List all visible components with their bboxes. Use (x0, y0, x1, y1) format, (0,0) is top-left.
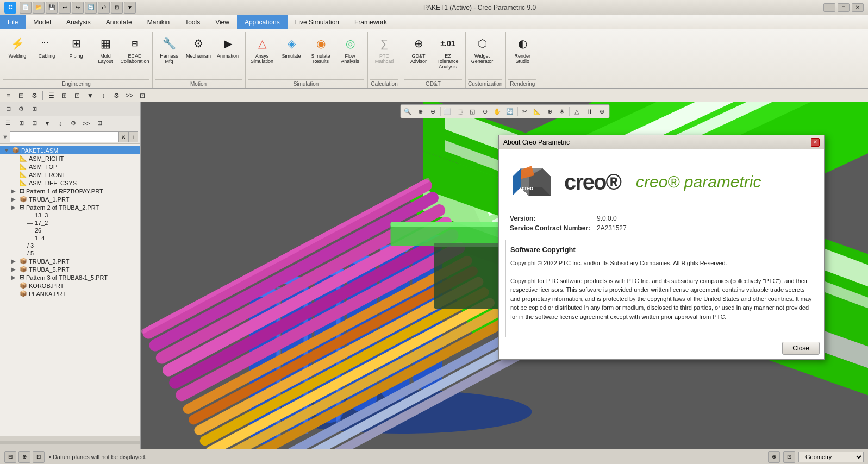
menu-manikin[interactable]: Manikin (140, 15, 177, 29)
widget-generator-button[interactable]: ⬡ Widget Generator (468, 33, 496, 66)
extra-btn[interactable]: ⊡ (136, 90, 148, 101)
toolbar2-btn6[interactable]: ⚙ (67, 118, 79, 129)
pan-btn[interactable]: ✋ (491, 106, 503, 117)
ez-tolerance-button[interactable]: ±.01 EZ Tolerance Analysis (434, 33, 462, 72)
tree-item-10[interactable]: — 26 (0, 227, 140, 234)
menu-model[interactable]: Model (26, 15, 59, 29)
simulate-button[interactable]: ◈ Simulate (277, 33, 305, 65)
tree-item-0[interactable]: ▼📦 PAKET1.ASM (0, 146, 140, 154)
flow-analysis-button[interactable]: ◎ Flow Analysis (336, 33, 364, 66)
ansys-button[interactable]: △ Ansys Simulation (248, 33, 276, 66)
config-btn[interactable]: ⚙ (110, 90, 122, 101)
tree-settings-btn[interactable]: ⚙ (15, 104, 27, 115)
about-close-button[interactable]: ✕ (811, 138, 820, 147)
redo-btn[interactable]: ↪ (72, 2, 84, 14)
display-btn[interactable]: ⊡ (783, 451, 795, 463)
about-copyright-box[interactable]: Software Copyright Copyright © 2022 PTC … (505, 240, 817, 337)
undo-btn[interactable]: ↩ (59, 2, 71, 14)
tree-item-15[interactable]: ▶📦 TRUBA_5.PRT (0, 265, 140, 273)
gdt-advisor-button[interactable]: ⊕ GD&T Advisor (404, 33, 433, 66)
toolbar2-btn4[interactable]: ▼ (41, 118, 53, 129)
menu-live-simulation[interactable]: Live Simulation (288, 15, 347, 29)
tree-item-4[interactable]: 📐 ASM_DEF_CSYS (0, 179, 140, 187)
menu-tools[interactable]: Tools (177, 15, 208, 29)
close-button[interactable]: ✕ (852, 3, 864, 12)
render-studio-button[interactable]: ◐ Render Studio (508, 33, 536, 66)
filter-btn[interactable]: ▼ (84, 90, 96, 101)
view-type3-btn[interactable]: ◱ (466, 106, 478, 117)
pause-btn[interactable]: ⏸ (583, 106, 595, 117)
cabling-button[interactable]: 〰 Cabling (33, 33, 61, 65)
view-type1-btn[interactable]: ⬜ (441, 106, 453, 117)
toolbar2-btn3[interactable]: ⊡ (28, 118, 40, 129)
new-btn[interactable]: 📄 (20, 2, 32, 14)
tree-item-17[interactable]: 📦 KOROB.PRT (0, 281, 140, 290)
view-type2-btn[interactable]: ⬚ (454, 106, 466, 117)
list-view-btn[interactable]: ☰ (45, 90, 57, 101)
zoom-out-btn[interactable]: ⊖ (427, 106, 439, 117)
panel-scrollbar[interactable] (0, 441, 140, 444)
regen-btn[interactable]: 🔄 (85, 2, 97, 14)
statusbar-btn1[interactable]: ⊟ (4, 451, 16, 463)
tree-search-input[interactable] (10, 131, 118, 142)
menu-framework[interactable]: Framework (347, 15, 395, 29)
close-dialog-button[interactable]: Close (782, 342, 820, 355)
menu-file[interactable]: File (0, 15, 26, 29)
mechanism-button[interactable]: ⚙ Mechanism (184, 33, 213, 65)
annotation-btn[interactable]: ⊕ (544, 106, 555, 117)
ptc-mathcad-button[interactable]: ∑ PTC Mathcad (370, 33, 398, 66)
menu-analysis[interactable]: Analysis (59, 15, 98, 29)
animation-button[interactable]: ▶ Animation (214, 33, 242, 65)
layers-btn[interactable]: ⊟ (15, 90, 27, 101)
toolbar2-btn5[interactable]: ↕ (54, 118, 66, 129)
tree-item-18[interactable]: 📦 PLANKA.PRT (0, 290, 140, 298)
menu-annotate[interactable]: Annotate (98, 15, 140, 29)
tree-item-2[interactable]: 📐 ASM_TOP (0, 162, 140, 171)
tree-item-13[interactable]: / 5 (0, 249, 140, 257)
more-options-btn[interactable]: >> (123, 90, 135, 101)
statusbar-btn3[interactable]: ⊡ (33, 451, 45, 463)
tree-item-16[interactable]: ▶⊞ Pattern 3 of TRUBA8-1_5.PRT (0, 273, 140, 281)
toolbar2-btn2[interactable]: ⊞ (15, 118, 27, 129)
simulate-results-button[interactable]: ◉ Simulate Results (307, 33, 335, 66)
close-win-btn[interactable]: ⊡ (111, 2, 123, 14)
zoom-in-btn[interactable]: ⊕ (414, 106, 426, 117)
rotate-btn[interactable]: 🔄 (504, 106, 516, 117)
menu-view[interactable]: View (208, 15, 237, 29)
saved-view-btn[interactable]: △ (571, 106, 583, 117)
sort-btn[interactable]: ↕ (97, 90, 109, 101)
mold-layout-button[interactable]: ▦ Mold Layout (91, 33, 120, 66)
icon-view-btn[interactable]: ⊞ (58, 90, 70, 101)
open-btn[interactable]: 📂 (33, 2, 45, 14)
settings-vp-btn[interactable]: ⊗ (596, 106, 608, 117)
settings-btn[interactable]: ⚙ (28, 90, 40, 101)
ecad-button[interactable]: ⊟ ECAD Collaboration (121, 33, 149, 66)
measure-btn[interactable]: 📐 (531, 106, 543, 117)
switch-btn[interactable]: ⇄ (98, 2, 110, 14)
search-add-btn[interactable]: + (128, 131, 138, 142)
section-btn[interactable]: ✂ (519, 106, 530, 117)
save-btn[interactable]: 💾 (46, 2, 58, 14)
tree-item-7[interactable]: ▶⊞ Pattern 2 of TRUBA_2.PRT (0, 203, 140, 211)
tree-item-6[interactable]: ▶📦 TRUBA_1.PRT (0, 195, 140, 203)
tree-item-12[interactable]: / 3 (0, 242, 140, 249)
search-clear-btn[interactable]: ✕ (118, 131, 128, 142)
tree-item-9[interactable]: — 17_2 (0, 219, 140, 227)
statusbar-btn2[interactable]: ⊕ (18, 451, 30, 463)
tree-more-btn[interactable]: ⊞ (28, 104, 40, 115)
minimize-button[interactable]: — (823, 3, 835, 12)
geometry-dropdown[interactable]: Geometry (798, 452, 864, 462)
tree-item-14[interactable]: ▶📦 TRUBA_3.PRT (0, 257, 140, 265)
tree-item-5[interactable]: ▶⊞ Pattern 1 of REZBOPAY.PRT (0, 187, 140, 195)
welding-button[interactable]: ⚡ Welding (3, 33, 32, 65)
harness-button[interactable]: 🔧 Harness Mfg (155, 33, 183, 66)
menu-applications[interactable]: Applications (237, 15, 288, 29)
model-tree-btn[interactable]: ≡ (2, 90, 14, 101)
toolbar2-extra[interactable]: ⊡ (93, 118, 105, 129)
canvas-area[interactable]: 🔍 ⊕ ⊖ ⬜ ⬚ ◱ ⊙ ✋ 🔄 ✂ 📐 ⊕ ☀ △ ⏸ ⊗ (141, 102, 868, 449)
expand-btn[interactable]: ⊡ (71, 90, 83, 101)
tree-item-1[interactable]: 📐 ASM_RIGHT (0, 154, 140, 162)
tree-item-3[interactable]: 📐 ASM_FRONT (0, 171, 140, 179)
piping-button[interactable]: ⊞ Piping (62, 33, 90, 65)
orbit-btn[interactable]: ⊙ (479, 106, 491, 117)
